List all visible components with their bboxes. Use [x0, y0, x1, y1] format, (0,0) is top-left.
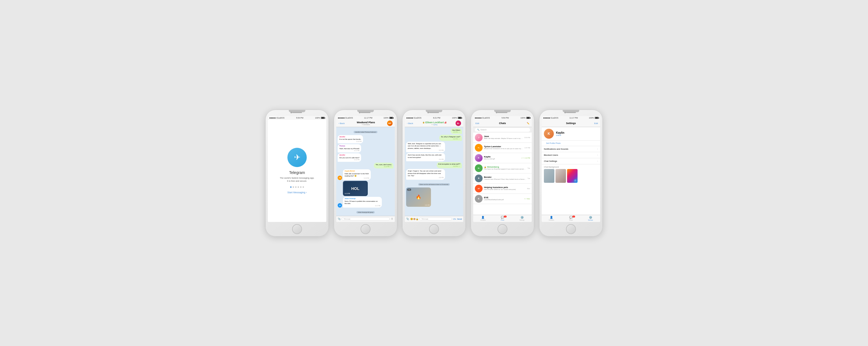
settings-nav: Settings Edit — [542, 120, 600, 127]
attach-icon[interactable]: 📎 — [338, 217, 341, 220]
battery-icon-3 — [458, 117, 462, 119]
time-4: 5:54 PM — [502, 117, 509, 119]
phone-private-chat: GLaDOS 6:21 PM 100% ‹ Back 🔒 — [402, 110, 466, 237]
start-messaging-button[interactable]: Start Messaging › — [287, 191, 307, 194]
chat-settings-item[interactable]: Chat Settings › — [542, 158, 600, 164]
message-input-3[interactable]: Message — [420, 217, 452, 220]
list-item[interactable]: K Kaylin wat_is_love.gif ✓✓ 1:12 PM — [473, 153, 532, 163]
avatar-angela: AM — [338, 176, 342, 180]
message-row: HOL 11:15 PM — [338, 181, 394, 196]
tab-chats-4[interactable]: 💬 1 Chats — [493, 215, 513, 222]
bg-option-colorful[interactable] — [567, 169, 578, 183]
contacts-icon: 👤 — [481, 216, 485, 219]
screen-settings: GLaDOS 11:17 PM 100% Settings Edit — [542, 116, 600, 222]
avatar-kaylin: K — [475, 154, 483, 162]
blocked-users-item[interactable]: Blocked Users › — [542, 152, 600, 158]
chat-list: J Jane Well I do help animals. Maybe I'l… — [473, 133, 532, 215]
tab-chats-5[interactable]: 💬 1 Chats — [561, 215, 581, 222]
avatar-tyrion: TL — [475, 144, 483, 152]
secure-lock-icon: 🔒 — [484, 166, 487, 168]
battery-icon-5 — [595, 117, 598, 119]
speaker — [361, 112, 371, 113]
onboarding-dots — [290, 186, 304, 188]
screen-group-chat: GLaDOS 11:17 PM 100% ‹ Back Weekend Plan… — [336, 116, 395, 222]
chat-input-bar-2: 📎 Message 🎙 — [336, 216, 395, 222]
battery-3: 100% — [452, 117, 457, 119]
speaker — [292, 112, 302, 113]
set-profile-photo-button[interactable]: Set Profile Photo — [544, 142, 598, 145]
list-item[interactable]: J Jane Well I do help animals. Maybe I'l… — [473, 133, 532, 143]
message-input-2[interactable]: Message — [342, 217, 390, 220]
tab-contacts-5[interactable]: 👤 Contacts — [542, 215, 561, 222]
screen-chats-list: GLaDOS 5:54 PM 100% Edit Chats ✏️ — [473, 116, 532, 222]
phone-settings: GLaDOS 11:17 PM 100% Settings Edit — [539, 110, 603, 237]
bg-option-gray[interactable] — [544, 169, 554, 183]
typing-indicator: ••• typing — [431, 124, 437, 126]
battery-1: 100% — [315, 117, 320, 119]
notifications-sounds-item[interactable]: Notifications and Sounds › — [542, 146, 600, 152]
list-item[interactable]: TL Tyrion Lannister Would it be excessiv… — [473, 143, 532, 153]
back-chevron-icon: ‹ — [407, 122, 408, 125]
compose-button[interactable]: ✏️ — [522, 122, 529, 125]
unread-badge: 1 — [504, 216, 506, 217]
settings-title: Settings — [566, 122, 576, 125]
system-message: Jennifer invited Thomas Anderson — [338, 129, 394, 134]
edit-button-chats[interactable]: Edit — [475, 122, 483, 125]
chat-background-label: Chat Background — [544, 166, 598, 168]
message-row: So, why is Telegram cool? 6:10 PM ✓✓ — [406, 135, 462, 141]
phone-welcome: GLaDOS 5:54 PM 100% ✈ Telegram The world… — [265, 110, 329, 237]
contact-avatar[interactable]: EL — [456, 120, 461, 126]
send-button-3[interactable]: Send — [457, 218, 462, 220]
system-message: Julian Assange left group — [338, 209, 394, 214]
avatar-julian: JA — [338, 203, 342, 208]
time-5: 11:17 PM — [569, 117, 578, 119]
back-button-3[interactable]: ‹ Back — [407, 122, 413, 125]
message-row: AM Angela Merkel Hallo alle zusammen! Is… — [338, 169, 394, 180]
carrier-3: GLaDOS — [413, 117, 421, 119]
home-button-2[interactable] — [361, 224, 371, 234]
bg-option-wood[interactable] — [556, 169, 566, 183]
group-avatar[interactable]: WP — [387, 120, 393, 126]
search-input[interactable]: 🔍 Search — [475, 128, 530, 132]
list-item[interactable]: Br 🔒 Heisenberg You have my financial su… — [473, 163, 532, 173]
private-chat-nav: ‹ Back 🔒 Eileen Lockhart 💋 ••• typing EL — [405, 120, 463, 127]
search-bar: 🔍 Search — [473, 127, 532, 133]
set-profile-photo-section: Set Profile Photo — [542, 141, 600, 146]
tab-settings-5[interactable]: ⚙️ Settings — [581, 215, 600, 222]
group-chat-nav: ‹ Back Weekend Plans 7 members WP — [336, 120, 395, 127]
edit-button-settings[interactable]: Edit — [590, 122, 598, 125]
home-button-3[interactable] — [429, 224, 439, 234]
message-bubble: End encryption to what end?? 6:18 PM ✓✓ — [437, 162, 462, 168]
message-bubble: Thomas Yeah, that was my iPhone6 11:11 P… — [338, 144, 361, 152]
emoji-button[interactable]: 😊🐵🔒 — [410, 218, 418, 220]
home-button-4[interactable] — [497, 224, 507, 234]
mic-icon[interactable]: 🎙 — [391, 217, 394, 220]
chat-input-bar-3: 📎 😊🐵🔒 Message 15s Send — [405, 216, 463, 222]
group-chat-title: Weekend Plans — [357, 121, 375, 124]
message-bubble: Hey Eileen 6:10 PM ✓✓ — [451, 128, 462, 134]
system-message: Eileen set the self-destruct timer to 15… — [406, 181, 462, 186]
message-row: Jennifer It is not the spoon that bends.… — [338, 135, 394, 143]
attach-icon[interactable]: 📎 — [406, 217, 409, 220]
back-button-2[interactable]: ‹ Back — [339, 122, 345, 125]
home-button-1[interactable] — [292, 224, 302, 234]
message-bubble: Jennifer It is not the spoon that bends.… — [338, 135, 363, 143]
list-item[interactable]: HP Helping homeless pets Jane Another $5… — [473, 184, 532, 194]
time-3: 6:21 PM — [433, 117, 440, 119]
group-members-count: 7 members — [362, 124, 370, 126]
tab-settings-4[interactable]: ⚙️ Settings — [512, 215, 532, 222]
battery-4: 100% — [520, 117, 525, 119]
group-chat-messages: Jennifer invited Thomas Anderson Jennife… — [336, 127, 395, 216]
list-item[interactable]: B Bender I looove new iPhones! If fact, … — [473, 173, 532, 184]
search-icon: 🔍 — [477, 129, 479, 131]
home-button-5[interactable] — [566, 224, 576, 234]
chats-icon: 💬 — [569, 216, 572, 219]
timer-badge: 15s — [407, 188, 411, 191]
message-row: Hey Eileen 6:10 PM ✓✓ — [406, 128, 462, 134]
speaker — [566, 112, 576, 113]
status-bar-1: GLaDOS 5:54 PM 100% — [268, 116, 326, 120]
tab-contacts-4[interactable]: 👤 Contacts — [473, 215, 493, 222]
self-destruct-media: 15s 🔥 6:21 PM — [406, 187, 431, 207]
list-item[interactable]: E EVE LaserBlastSafetyGuide.pdf ✓✓ Mon — [473, 194, 532, 204]
message-bubble: Angela Merkel Hallo alle zusammen! Is th… — [343, 169, 371, 180]
